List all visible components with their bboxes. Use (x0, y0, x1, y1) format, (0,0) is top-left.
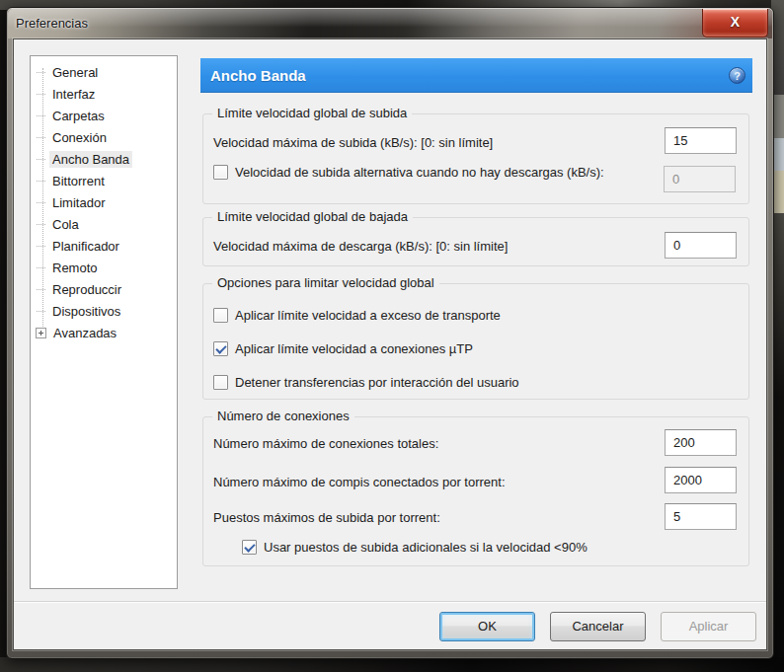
cancel-button[interactable]: Cancelar (550, 612, 646, 641)
stop-transfers-row: Detener transferencias por interacción d… (213, 375, 519, 390)
group-title: Número de conexiones (212, 409, 354, 423)
stop-transfers-label: Detener transferencias por interacción d… (235, 375, 519, 390)
sidebar-item-planificador[interactable]: Planificador (31, 235, 177, 257)
sidebar-item-ancho-banda[interactable]: Ancho Banda (31, 148, 177, 170)
alt-upload-label: Velocidad de subida alternativa cuando n… (235, 165, 604, 180)
limit-utp-checkbox[interactable] (213, 341, 228, 356)
limit-transport-overhead-label: Aplicar límite velocidad a exceso de tra… (235, 308, 501, 323)
sidebar-item-avanzadas[interactable]: Avanzadas (31, 322, 177, 343)
sidebar-item-limitador[interactable]: Limitador (31, 191, 177, 213)
ok-button[interactable]: OK (439, 612, 535, 641)
sidebar-item-dispositivos[interactable]: Dispositivos (31, 300, 177, 322)
upload-slots-label: Puestos máximos de subida por torrent: (213, 510, 440, 525)
preferences-dialog: Preferencias X General Interfaz Carpetas… (6, 7, 774, 659)
upload-slots-input[interactable] (665, 503, 737, 530)
max-peers-input[interactable] (665, 467, 737, 493)
max-download-input[interactable] (665, 232, 737, 259)
max-upload-input[interactable] (665, 127, 737, 154)
alt-upload-checkbox[interactable] (213, 165, 228, 180)
button-separator (14, 601, 766, 603)
alt-upload-input[interactable] (664, 166, 736, 192)
sidebar-item-carpetas[interactable]: Carpetas (31, 105, 177, 126)
group-title: Límite velocidad global de bajada (212, 209, 413, 224)
group-upload-limit: Límite velocidad global de subida Veloci… (202, 113, 749, 204)
group-download-limit: Límite velocidad global de bajada Veloci… (202, 217, 749, 266)
dialog-client-area: General Interfaz Carpetas Conexión Ancho… (13, 38, 767, 650)
extra-slots-checkbox[interactable] (242, 540, 257, 555)
alt-upload-row: Velocidad de subida alternativa cuando n… (213, 165, 604, 180)
max-upload-label: Velocidad máxima de subida (kB/s): [0: s… (213, 135, 493, 150)
max-connections-label: Número máximo de conexiones totales: (213, 436, 438, 451)
window-title: Preferencias (16, 16, 88, 31)
page-header: Ancho Banda ? (200, 58, 752, 93)
page-title: Ancho Banda (210, 67, 306, 84)
close-button[interactable]: X (702, 9, 768, 37)
sidebar-item-interfaz[interactable]: Interfaz (31, 83, 177, 105)
close-icon: X (731, 14, 740, 30)
limit-utp-label: Aplicar límite velocidad a conexiones µT… (235, 341, 473, 356)
sidebar-item-reproduccir[interactable]: Reproduccir (31, 278, 177, 300)
sidebar-item-conexion[interactable]: Conexión (31, 126, 177, 148)
group-title: Opciones para limitar velocidad global (212, 275, 439, 290)
sidebar-item-cola[interactable]: Cola (31, 213, 177, 235)
max-connections-input[interactable] (665, 429, 737, 456)
preferences-tree: General Interfaz Carpetas Conexión Ancho… (30, 55, 178, 589)
apply-button[interactable]: Aplicar (661, 612, 756, 641)
group-limit-options: Opciones para limitar velocidad global A… (202, 283, 749, 400)
sidebar-item-bittorrent[interactable]: Bittorrent (31, 170, 177, 191)
sidebar-item-general[interactable]: General (31, 61, 177, 83)
group-title: Límite velocidad global de subida (212, 106, 412, 120)
limit-transport-overhead-checkbox[interactable] (213, 308, 228, 323)
max-download-label: Velocidad máxima de descarga (kB/s): [0:… (213, 239, 508, 254)
max-peers-label: Número máximo de compis conectados por t… (213, 475, 506, 489)
title-bar[interactable]: Preferencias (8, 9, 772, 38)
expand-plus-icon[interactable] (36, 328, 46, 338)
extra-slots-label: Usar puestos de subida adicionales si la… (264, 540, 588, 555)
limit-transport-overhead-row: Aplicar límite velocidad a exceso de tra… (213, 308, 501, 323)
group-connections: Número de conexiones Número máximo de co… (202, 416, 749, 566)
stop-transfers-checkbox[interactable] (213, 375, 228, 390)
desktop-background-bottom (0, 657, 784, 672)
sidebar-item-remoto[interactable]: Remoto (31, 257, 177, 278)
screen: Preferencias X General Interfaz Carpetas… (0, 0, 784, 672)
limit-utp-row: Aplicar límite velocidad a conexiones µT… (213, 341, 473, 356)
extra-slots-row: Usar puestos de subida adicionales si la… (242, 540, 588, 555)
help-icon[interactable]: ? (729, 67, 745, 84)
